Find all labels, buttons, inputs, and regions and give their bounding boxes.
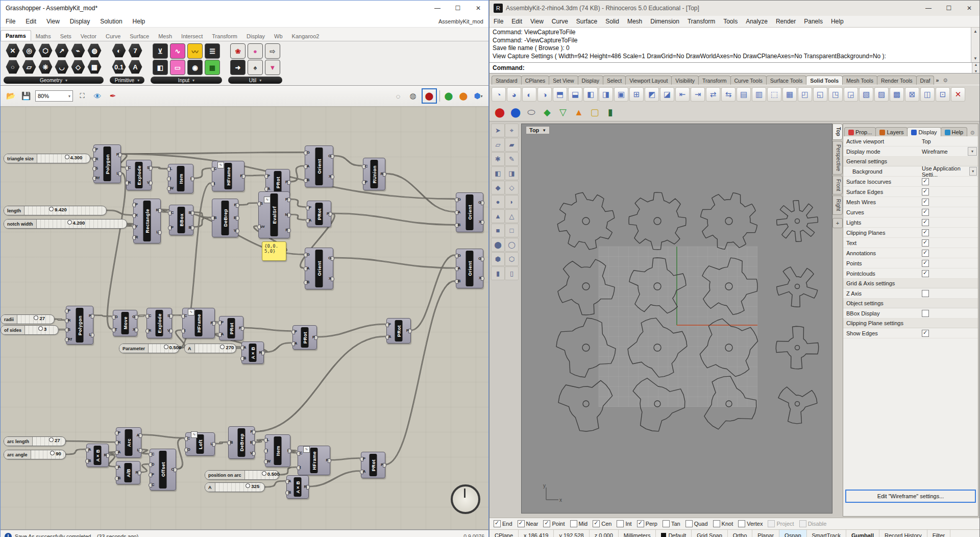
menu-tools[interactable]: Tools — [719, 18, 742, 25]
solid-tool-icon[interactable]: ◪ — [660, 87, 674, 102]
output-port-nub[interactable] — [328, 458, 331, 463]
slider-track[interactable]: 0.500 — [149, 344, 179, 353]
status-segment-default[interactable]: Default — [656, 530, 692, 537]
input-component-icon[interactable]: ◉ — [187, 60, 203, 75]
solid-tool-icon[interactable]: ◕ — [507, 87, 521, 102]
zoom-extents-icon[interactable]: ⛶ — [76, 90, 88, 102]
output-port-nub[interactable] — [287, 228, 291, 233]
sidebar-tool-icon[interactable]: ◧ — [491, 166, 505, 180]
osnap-item-vertex[interactable]: Vertex — [738, 520, 763, 527]
output-port-nub[interactable] — [306, 485, 310, 490]
preview-wireframe-icon[interactable]: ◍ — [407, 90, 419, 102]
output-port-nub[interactable] — [174, 468, 177, 472]
geometry-component-icon[interactable]: ❊ — [38, 60, 53, 74]
output-port-nub[interactable] — [481, 257, 484, 261]
geometry-component-icon[interactable]: ▱ — [22, 60, 36, 74]
checkbox-curves[interactable] — [922, 209, 929, 216]
tab-mesh[interactable]: Mesh — [154, 31, 177, 41]
menu-edit[interactable]: Edit — [507, 18, 526, 25]
selected-preview-icon[interactable]: ⬤ — [443, 90, 455, 102]
solid-tool-icon[interactable]: ▣ — [614, 87, 628, 102]
primitive-component-icon[interactable]: ◐ — [112, 43, 126, 58]
osnap-checkbox-project[interactable] — [768, 520, 775, 527]
checkbox-surface-edges[interactable] — [922, 188, 929, 196]
sidebar-tool-icon[interactable]: ▲ — [491, 209, 505, 223]
output-port-nub[interactable] — [158, 208, 162, 213]
sidebar-tool-icon[interactable]: ◨ — [505, 166, 519, 180]
command-spinner[interactable]: ▲▼ — [972, 63, 979, 73]
tool-icon[interactable]: ▲ — [572, 105, 586, 119]
osnap-item-tan[interactable]: Tan — [663, 520, 680, 527]
solid-tool-icon[interactable]: ▨ — [874, 87, 889, 102]
gh-component-orient[interactable]: OrientGABGX — [305, 248, 333, 289]
gh-component-a-b[interactable]: A×BABR — [86, 444, 109, 467]
sketch-pen-icon[interactable]: ✒ — [107, 90, 119, 102]
toolbar-tab-cplanes[interactable]: CPlanes — [521, 76, 550, 85]
sidebar-tool-icon[interactable]: ⬡ — [505, 252, 519, 266]
solid-tool-icon[interactable]: ⊞ — [629, 87, 644, 102]
sidebar-tool-icon[interactable]: ➤ — [491, 124, 505, 137]
gh-slider-length[interactable]: length9.420 — [4, 206, 107, 215]
checkbox-mesh-wires[interactable] — [922, 199, 929, 206]
output-port-nub[interactable] — [242, 174, 246, 179]
sidebar-tool-icon[interactable]: ◯ — [505, 238, 519, 252]
gh-component-explode[interactable]: ExplodeCRSV — [126, 160, 152, 190]
viewport-title[interactable]: Top ▼ — [526, 126, 550, 134]
tool-icon[interactable]: ⬤ — [493, 105, 507, 119]
output-port-nub[interactable] — [329, 212, 332, 216]
menu-render[interactable]: Render — [772, 18, 800, 25]
gh-slider-triangle-size[interactable]: triangle size4.300 — [4, 154, 90, 163]
sidebar-tool-icon[interactable]: ■ — [491, 224, 505, 237]
sidebar-tool-icon[interactable]: △ — [505, 209, 519, 223]
output-port-nub[interactable] — [212, 321, 216, 326]
output-port-nub[interactable] — [135, 328, 138, 332]
osnap-checkbox-point[interactable] — [543, 520, 550, 527]
util-component-icon[interactable]: ⇨ — [265, 43, 280, 59]
checkbox-bbox-display[interactable] — [922, 310, 929, 317]
gh-component-orient[interactable]: OrientGABGX — [456, 249, 483, 288]
sidebar-tool-icon[interactable]: ▰ — [505, 138, 519, 152]
geometry-component-icon[interactable]: ⬡ — [38, 43, 53, 58]
viewport-tab-perspective[interactable]: Perspective — [832, 141, 843, 175]
gh-slider-a[interactable]: A270 — [184, 344, 236, 353]
menu-file[interactable]: File — [1, 18, 20, 25]
minimize-icon[interactable]: — — [918, 1, 939, 16]
input-component-icon[interactable]: ⊻ — [153, 43, 168, 59]
sidebar-tool-icon[interactable]: ◗ — [505, 195, 519, 209]
solid-tool-icon[interactable]: ⇄ — [706, 87, 720, 102]
slider-track[interactable]: 270 — [195, 344, 236, 353]
input-component-icon[interactable]: ◧ — [153, 60, 168, 75]
graph-mapper-chip-icon[interactable]: ∿ — [188, 309, 194, 315]
gh-component-a-b[interactable]: A×BABR — [286, 475, 309, 499]
output-port-nub[interactable] — [139, 433, 142, 438]
solid-tool-icon[interactable]: ▧ — [859, 87, 873, 102]
gh-component-runion[interactable]: RUnionCPR — [363, 158, 385, 190]
geometry-component-icon[interactable]: ↗ — [55, 43, 69, 58]
command-history-scrollbar[interactable]: ▲▼ — [971, 28, 979, 62]
menu-file[interactable]: File — [489, 18, 507, 25]
palette-group-label[interactable]: Geometry▾ — [4, 77, 104, 84]
output-port-nub[interactable] — [236, 229, 239, 233]
sidebar-tool-icon[interactable]: ⬤ — [491, 238, 505, 252]
solid-tool-icon[interactable]: ✕ — [951, 87, 965, 102]
util-component-icon[interactable]: ♠ — [248, 60, 263, 75]
sidebar-tool-icon[interactable]: ▯ — [505, 266, 519, 280]
output-port-nub[interactable] — [331, 277, 334, 281]
geometry-component-icon[interactable]: ◇ — [71, 60, 85, 74]
osnap-item-near[interactable]: Near — [518, 520, 538, 527]
toolbar-tab-set-view[interactable]: Set View — [549, 76, 578, 85]
canvas-zoom-select[interactable]: 80% ▾ — [35, 90, 73, 102]
primitive-component-icon[interactable]: A — [128, 60, 142, 74]
solid-tool-icon[interactable]: ◐ — [522, 87, 536, 102]
solid-tool-icon[interactable]: ◰ — [798, 87, 812, 102]
gh-component-hframe[interactable]: HFrameCtF∿ — [182, 308, 215, 338]
output-port-nub[interactable] — [288, 449, 291, 453]
maximize-icon[interactable]: ☐ — [939, 1, 959, 16]
input-component-icon[interactable]: 〰 — [187, 43, 203, 59]
tab-wb[interactable]: Wb — [270, 31, 287, 41]
tab-sets[interactable]: Sets — [56, 31, 76, 41]
gh-component-evalsrf[interactable]: EvalSrfSuvPNF∿ — [258, 191, 290, 238]
graph-mapper-chip-icon[interactable]: ∿ — [303, 446, 310, 453]
output-port-nub[interactable] — [135, 315, 138, 320]
close-icon[interactable]: ✕ — [468, 1, 488, 16]
